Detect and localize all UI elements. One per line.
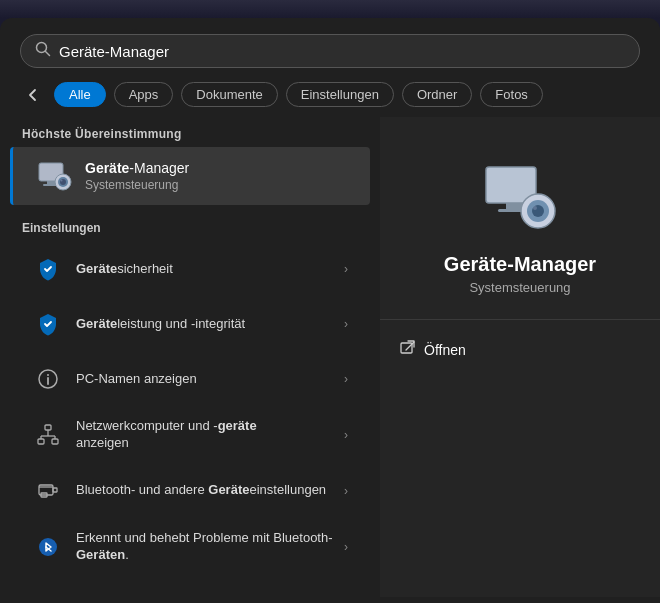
best-match-section-title: Höchste Übereinstimmung xyxy=(0,117,380,147)
bluetooth-icon xyxy=(32,531,64,563)
settings-item-performance-text: Geräteleistung und -integrität xyxy=(76,316,344,333)
right-app-name: Geräte-Manager xyxy=(444,253,596,276)
best-match-item[interactable]: Geräte-Manager Systemsteuerung xyxy=(10,147,370,205)
svg-rect-14 xyxy=(52,439,58,444)
settings-section-title: Einstellungen xyxy=(0,205,380,241)
best-match-text: Geräte-Manager Systemsteuerung xyxy=(85,160,189,192)
shield-performance-icon xyxy=(32,308,64,340)
right-panel: Geräte-Manager Systemsteuerung Öffnen xyxy=(380,117,660,597)
settings-item-security[interactable]: Gerätesicherheit › xyxy=(10,242,370,296)
open-label: Öffnen xyxy=(424,342,466,358)
settings-item-pc-name[interactable]: PC-Namen anzeigen › xyxy=(10,352,370,406)
chevron-right-icon-5: › xyxy=(344,484,348,498)
chevron-right-icon-6: › xyxy=(344,540,348,554)
background-top xyxy=(0,0,660,18)
best-match-subtitle: Systemsteuerung xyxy=(85,178,189,192)
chevron-right-icon-2: › xyxy=(344,317,348,331)
settings-item-bluetooth-settings[interactable]: Bluetooth- und andere Geräteeinstellunge… xyxy=(10,464,370,518)
main-content: Höchste Übereinstimmung Geräte-Manag xyxy=(0,117,660,597)
filter-apps[interactable]: Apps xyxy=(114,82,174,107)
settings-item-performance[interactable]: Geräteleistung und -integrität › xyxy=(10,297,370,351)
search-input[interactable] xyxy=(59,43,625,60)
bluetooth-settings-icon xyxy=(32,475,64,507)
right-app-subtitle: Systemsteuerung xyxy=(469,280,570,295)
search-bar-row xyxy=(0,18,660,78)
settings-item-security-text: Gerätesicherheit xyxy=(76,261,344,278)
svg-point-8 xyxy=(61,180,63,182)
svg-rect-20 xyxy=(53,488,57,492)
filter-einstellungen[interactable]: Einstellungen xyxy=(286,82,394,107)
svg-rect-3 xyxy=(47,181,55,184)
network-icon xyxy=(32,419,64,451)
settings-item-bluetooth-troubleshoot[interactable]: Erkennt und behebt Probleme mit Bluetoot… xyxy=(10,519,370,575)
chevron-right-icon-4: › xyxy=(344,428,348,442)
filter-dokumente[interactable]: Dokumente xyxy=(181,82,277,107)
svg-point-11 xyxy=(47,374,49,376)
filter-fotos[interactable]: Fotos xyxy=(480,82,543,107)
filter-alle[interactable]: Alle xyxy=(54,82,106,107)
settings-item-bluetooth-troubleshoot-text: Erkennt und behebt Probleme mit Bluetoot… xyxy=(76,530,344,564)
svg-point-30 xyxy=(533,206,537,210)
shield-security-icon xyxy=(32,253,64,285)
svg-rect-12 xyxy=(45,425,51,430)
best-match-title-rest: -Manager xyxy=(129,160,189,176)
open-icon xyxy=(400,340,416,359)
chevron-right-icon: › xyxy=(344,262,348,276)
svg-point-23 xyxy=(39,538,57,556)
settings-item-pc-name-text: PC-Namen anzeigen xyxy=(76,371,344,388)
settings-item-network[interactable]: Netzwerkcomputer und -geräteanzeigen › xyxy=(10,407,370,463)
device-manager-icon xyxy=(35,157,73,195)
left-panel: Höchste Übereinstimmung Geräte-Manag xyxy=(0,117,380,597)
svg-rect-31 xyxy=(401,343,412,353)
chevron-right-icon-3: › xyxy=(344,372,348,386)
search-icon xyxy=(35,41,51,61)
right-device-manager-icon xyxy=(480,157,560,237)
svg-line-1 xyxy=(46,52,50,56)
settings-item-bluetooth-settings-text: Bluetooth- und andere Geräteeinstellunge… xyxy=(76,482,344,499)
open-button[interactable]: Öffnen xyxy=(380,332,660,367)
svg-rect-25 xyxy=(506,203,522,209)
info-icon xyxy=(32,363,64,395)
best-match-title-bold: Geräte xyxy=(85,160,129,176)
search-input-wrapper xyxy=(20,34,640,68)
divider xyxy=(380,319,660,320)
filter-ordner[interactable]: Ordner xyxy=(402,82,472,107)
filter-row: Alle Apps Dokumente Einstellungen Ordner… xyxy=(0,78,660,117)
search-panel: Alle Apps Dokumente Einstellungen Ordner… xyxy=(0,18,660,603)
svg-rect-13 xyxy=(38,439,44,444)
settings-item-network-text: Netzwerkcomputer und -geräteanzeigen xyxy=(76,418,344,452)
back-button[interactable] xyxy=(20,84,46,106)
best-match-title: Geräte-Manager xyxy=(85,160,189,176)
